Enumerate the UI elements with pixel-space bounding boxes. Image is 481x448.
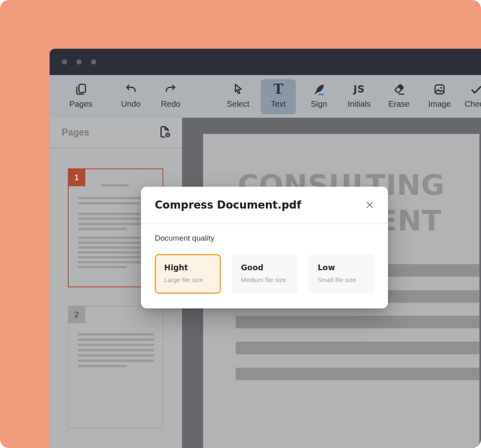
toolbar-button-pages[interactable]: Pages <box>63 79 99 114</box>
toolbar: Pages Undo Redo <box>50 75 481 118</box>
toolbar-label: Text <box>271 99 286 109</box>
modal-title: Compress Document.pdf <box>155 199 301 211</box>
doc-text-bar <box>236 368 479 380</box>
thumb-text-line <box>78 228 127 230</box>
toolbar-label: Image <box>428 99 451 109</box>
toolbar-label: Redo <box>161 99 180 109</box>
thumb-text-line <box>78 344 154 346</box>
toolbar-label: Check <box>465 99 481 109</box>
toolbar-button-image[interactable]: Image <box>421 79 458 114</box>
thumb-text-line <box>78 266 127 268</box>
doc-text-bar <box>236 316 479 328</box>
pages-panel-title: Pages <box>62 127 89 138</box>
close-button[interactable] <box>363 198 377 212</box>
thumb-text-line <box>78 365 127 367</box>
page-number-badge: 2 <box>68 306 85 323</box>
toolbar-label: Erase <box>388 99 410 109</box>
quality-option-good[interactable]: Good Medium file size <box>232 254 298 294</box>
option-title: Good <box>241 263 298 272</box>
page-number-badge: 1 <box>68 168 85 186</box>
redo-icon <box>164 80 177 99</box>
doc-text-bar <box>236 342 479 354</box>
undo-icon <box>124 80 137 99</box>
document-quality-label: Document quality <box>155 234 375 243</box>
toolbar-button-erase[interactable]: Erase <box>381 79 417 114</box>
cursor-icon <box>232 80 245 99</box>
toolbar-label: Initials <box>348 99 371 109</box>
pages-icon <box>74 80 87 99</box>
toolbar-label: Pages <box>69 99 93 109</box>
screenshot-canvas: Pages Undo Redo <box>0 0 481 448</box>
quality-option-low[interactable]: Low Small file size <box>308 254 375 294</box>
compress-document-modal: Compress Document.pdf Document quality H… <box>141 187 388 308</box>
thumb-text-line <box>78 360 154 362</box>
option-title: Low <box>318 263 375 272</box>
toolbar-label: Undo <box>121 99 141 109</box>
page-thumbnail-2[interactable]: 2 <box>68 306 163 428</box>
text-icon: T <box>273 80 284 99</box>
option-subtitle: Small file size <box>318 276 375 284</box>
toolbar-button-initials[interactable]: JS Initials <box>341 79 377 114</box>
window-titlebar <box>50 49 481 75</box>
window-control-dot-3[interactable] <box>91 59 96 65</box>
eraser-icon <box>392 80 405 99</box>
toolbar-button-undo[interactable]: Undo <box>113 79 149 114</box>
modal-body: Document quality Hight Large file size G… <box>141 224 388 294</box>
thumb-text-line <box>78 354 154 357</box>
thumb-text-line <box>78 349 154 351</box>
quill-icon <box>312 80 325 99</box>
toolbar-button-check[interactable]: Check <box>458 79 481 114</box>
thumb-text-line <box>78 338 154 341</box>
toolbar-button-sign[interactable]: Sign <box>301 79 337 114</box>
thumb-text-line <box>101 184 129 187</box>
thumb-text-line <box>78 333 154 336</box>
close-x-icon <box>366 201 373 209</box>
window-control-dot-2[interactable] <box>76 59 82 65</box>
toolbar-label: Select <box>227 99 249 109</box>
document-gear-icon[interactable] <box>158 125 172 141</box>
quality-option-high[interactable]: Hight Large file size <box>155 254 221 294</box>
toolbar-button-select[interactable]: Select <box>220 79 256 114</box>
initials-icon: JS <box>353 80 365 99</box>
pages-panel-header: Pages <box>50 118 182 148</box>
image-icon <box>433 80 446 99</box>
modal-header: Compress Document.pdf <box>141 187 388 224</box>
quality-options: Hight Large file size Good Medium file s… <box>155 254 375 294</box>
toolbar-button-text[interactable]: T Text <box>261 79 296 114</box>
toolbar-button-redo[interactable]: Redo <box>152 79 189 114</box>
toolbar-label: Sign <box>311 99 327 109</box>
check-icon <box>470 80 481 99</box>
window-control-dot-1[interactable] <box>62 59 67 65</box>
option-title: Hight <box>164 263 220 272</box>
option-subtitle: Large file size <box>164 276 220 284</box>
option-subtitle: Medium file size <box>241 276 298 284</box>
